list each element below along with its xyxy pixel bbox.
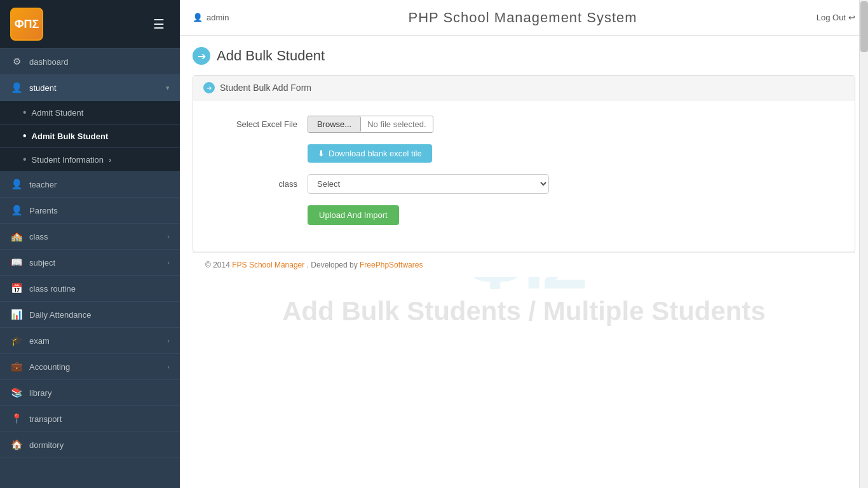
excel-file-label: Select Excel File <box>206 119 308 129</box>
form-panel-header: ➔ Student Bulk Add Form <box>193 76 855 100</box>
chevron-right-icon: › <box>167 233 170 240</box>
sidebar-item-dormitory[interactable]: 🏠 dormitory <box>0 432 180 458</box>
excel-file-controls: Browse... No file selected. <box>308 116 842 133</box>
logout-icon: ↩ <box>848 13 855 22</box>
submenu-label: Admit Student <box>32 108 84 118</box>
sidebar-item-student[interactable]: 👤 student ▾ <box>0 75 180 101</box>
sidebar-item-label: dormitory <box>29 440 170 450</box>
sidebar-item-parents[interactable]: 👤 Parents <box>0 198 180 224</box>
sidebar-item-label: class routine <box>29 284 170 294</box>
chevron-down-icon: ▾ <box>166 84 170 92</box>
sidebar-item-class-routine[interactable]: 📅 class routine <box>0 276 180 302</box>
sidebar-item-label: student <box>29 83 159 93</box>
page-title: Add Bulk Student <box>217 48 325 64</box>
submenu-label: Admit Bulk Student <box>32 132 109 141</box>
sidebar-item-transport[interactable]: 📍 transport <box>0 406 180 432</box>
topbar: 👤 admin PHP School Management System Log… <box>180 0 868 36</box>
sidebar-item-accounting[interactable]: 💼 Accounting › <box>0 354 180 380</box>
page-header-icon: ➔ <box>193 47 210 65</box>
exam-icon: 🎓 <box>10 335 23 346</box>
scrollbar[interactable] <box>859 0 868 488</box>
sidebar-item-label: dashboard <box>29 57 170 67</box>
transport-icon: 📍 <box>10 413 23 424</box>
subject-icon: 📖 <box>10 257 23 268</box>
footer-developed-text: . Developed by <box>307 261 358 269</box>
accounting-icon: 💼 <box>10 361 23 372</box>
logo-area: ΦΠΣ <box>10 8 43 41</box>
sidebar-item-label: Parents <box>29 206 170 215</box>
content-area: ΦΙΣ ➔ Add Bulk Student ➔ Student Bulk Ad… <box>180 36 868 488</box>
chevron-right-icon: › <box>167 363 170 370</box>
chevron-right-icon: › <box>167 259 170 266</box>
footer-copyright: © 2014 <box>205 261 230 269</box>
hamburger-button[interactable]: ☰ <box>148 14 170 34</box>
bottom-promo-text: Add Bulk Students / Multiple Students <box>193 277 855 333</box>
scrollbar-thumb[interactable] <box>860 1 868 52</box>
excel-file-row: Select Excel File Browse... No file sele… <box>206 116 842 133</box>
footer-developer[interactable]: FreePhpSoftwares <box>360 261 423 269</box>
sidebar-item-daily-attendance[interactable]: 📊 Daily Attendance <box>0 302 180 328</box>
sidebar: ΦΠΣ ☰ ⚙ dashboard 👤 student ▾ • Admit St… <box>0 0 180 488</box>
dormitory-icon: 🏠 <box>10 439 23 451</box>
class-controls: Select <box>308 174 842 194</box>
form-panel-icon: ➔ <box>203 82 215 93</box>
main-content: 👤 admin PHP School Management System Log… <box>180 0 868 488</box>
parents-icon: 👤 <box>10 205 23 216</box>
sidebar-item-label: exam <box>29 336 161 346</box>
sidebar-item-admit-student[interactable]: • Admit Student <box>0 101 180 125</box>
app-title: PHP School Management System <box>408 10 637 26</box>
teacher-icon: 👤 <box>10 179 23 190</box>
file-name-display: No file selected. <box>361 116 433 132</box>
sidebar-item-label: Daily Attendance <box>29 310 170 320</box>
chevron-right-icon: › <box>109 155 111 165</box>
sidebar-item-label: transport <box>29 414 170 424</box>
sidebar-item-exam[interactable]: 🎓 exam › <box>0 328 180 354</box>
footer: © 2014 FPS School Manager . Developed by… <box>193 252 855 277</box>
user-icon: 👤 <box>193 13 203 22</box>
download-excel-button[interactable]: ⬇ Download blank excel tile <box>308 144 432 163</box>
bullet-icon: • <box>23 154 27 165</box>
browse-button[interactable]: Browse... <box>308 116 361 132</box>
student-icon: 👤 <box>10 82 23 93</box>
class-icon: 🏫 <box>10 231 23 242</box>
upload-row: Upload And Import <box>206 205 842 225</box>
daily-attendance-icon: 📊 <box>10 309 23 320</box>
logout-button[interactable]: Log Out ↩ <box>817 13 855 22</box>
class-label: class <box>206 179 308 189</box>
logout-label: Log Out <box>817 13 846 22</box>
logo-icon: ΦΠΣ <box>10 8 43 41</box>
sidebar-header: ΦΠΣ ☰ <box>0 0 180 49</box>
dashboard-icon: ⚙ <box>10 56 23 67</box>
class-select[interactable]: Select <box>308 174 549 194</box>
sidebar-item-label: class <box>29 232 161 241</box>
chevron-right-icon: › <box>167 337 170 344</box>
upload-controls: Upload And Import <box>308 205 842 225</box>
sidebar-item-dashboard[interactable]: ⚙ dashboard <box>0 49 180 75</box>
page-header: ➔ Add Bulk Student <box>193 47 855 65</box>
sidebar-item-library[interactable]: 📚 library <box>0 380 180 406</box>
form-panel: ➔ Student Bulk Add Form Select Excel Fil… <box>193 75 855 252</box>
class-routine-icon: 📅 <box>10 283 23 294</box>
sidebar-item-admit-bulk-student[interactable]: • Admit Bulk Student <box>0 125 180 148</box>
download-btn-label: Download blank excel tile <box>329 149 422 158</box>
form-body: Select Excel File Browse... No file sele… <box>193 100 855 252</box>
footer-app-name[interactable]: FPS School Manager <box>232 261 304 269</box>
sidebar-item-label: Accounting <box>29 362 161 372</box>
form-panel-title: Student Bulk Add Form <box>220 83 311 93</box>
upload-import-button[interactable]: Upload And Import <box>308 205 399 225</box>
sidebar-item-label: teacher <box>29 180 170 189</box>
admin-user-label: 👤 admin <box>193 13 229 22</box>
download-row: ⬇ Download blank excel tile <box>206 144 842 163</box>
class-row: class Select <box>206 174 842 194</box>
library-icon: 📚 <box>10 387 23 398</box>
sidebar-item-teacher[interactable]: 👤 teacher <box>0 172 180 198</box>
bullet-icon: • <box>23 130 27 142</box>
sidebar-item-student-information[interactable]: • Student Information › <box>0 148 180 172</box>
student-submenu: • Admit Student • Admit Bulk Student • S… <box>0 101 180 172</box>
download-controls: ⬇ Download blank excel tile <box>308 144 842 163</box>
submenu-label: Student Information <box>32 155 104 165</box>
download-icon: ⬇ <box>318 149 325 158</box>
sidebar-item-subject[interactable]: 📖 subject › <box>0 250 180 276</box>
sidebar-item-class[interactable]: 🏫 class › <box>0 224 180 250</box>
admin-username: admin <box>207 13 229 22</box>
